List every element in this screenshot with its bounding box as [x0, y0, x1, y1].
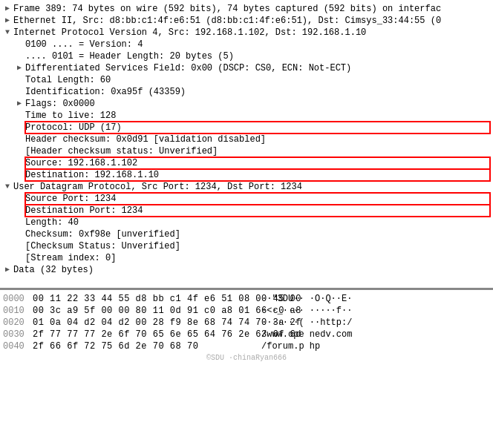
tree-row-text: User Datagram Protocol, Src Port: 1234, … — [13, 181, 490, 193]
tree-row-text: Destination: 192.168.1.10 — [25, 169, 490, 181]
expander-icon[interactable]: ▶ — [3, 4, 12, 13]
tree-row-text: [Stream index: 0] — [25, 252, 490, 264]
expander-icon[interactable]: ▶ — [15, 64, 24, 73]
expander-icon[interactable]: ▶ — [3, 16, 12, 25]
tree-row-ip-id[interactable]: Identification: 0xa95f (43359) — [0, 86, 493, 98]
tree-row-udp[interactable]: ▼User Datagram Protocol, Src Port: 1234,… — [0, 181, 493, 193]
tree-row-text: [Checksum Status: Unverified] — [25, 240, 490, 252]
tree-row-text: Identification: 0xa95f (43359) — [25, 86, 490, 98]
tree-row-ip-src[interactable]: Source: 192.168.1.102 — [0, 157, 493, 169]
expander-icon[interactable]: ▶ — [15, 99, 24, 108]
tree-row-text: .... 0101 = Header Length: 20 bytes (5) — [25, 50, 490, 62]
hex-ascii: ·<·_···· ·····f·· — [261, 305, 352, 317]
tree-row-text: Total Length: 60 — [25, 74, 490, 86]
tree-row-text: Destination Port: 1234 — [25, 205, 490, 217]
hex-bytes: 01 0a 04 d2 04 d2 00 28 f9 8e 68 74 74 7… — [33, 317, 255, 329]
hex-bytes: 2f 66 6f 72 75 6d 2e 70 68 70 — [33, 340, 255, 352]
hex-offset: 0030 — [3, 329, 30, 340]
tree-row-udp-checksum-status[interactable]: [Checksum Status: Unverified] — [0, 240, 493, 252]
tree-row-text: Internet Protocol Version 4, Src: 192.16… — [13, 27, 490, 39]
tree-row-text: Flags: 0x0000 — [25, 98, 490, 110]
tree-row-udp-stream[interactable]: [Stream index: 0] — [0, 252, 493, 264]
tree-row-text: Protocol: UDP (17) — [25, 122, 490, 134]
tree-row-text: Time to live: 128 — [25, 110, 490, 122]
tree-row-ip-ttl[interactable]: Time to live: 128 — [0, 110, 493, 122]
tree-row-ip-checksum-status[interactable]: [Header checksum status: Unverified] — [0, 145, 493, 157]
hex-row: 00302f 77 77 77 2e 6f 70 65 6e 65 64 76 … — [3, 329, 490, 340]
tree-row-text: Frame 389: 74 bytes on wire (592 bits), … — [13, 3, 490, 15]
tree-row-ip-version[interactable]: 0100 .... = Version: 4 — [0, 39, 493, 50]
tree-row-udp-sport[interactable]: Source Port: 1234 — [0, 193, 493, 205]
tree-row-ip-proto[interactable]: Protocol: UDP (17) — [0, 122, 493, 134]
hex-row: 000000 11 22 33 44 55 d8 bb c1 4f e6 51 … — [3, 293, 490, 305]
tree-row-ip-checksum[interactable]: Header checksum: 0x0d91 [validation disa… — [0, 134, 493, 145]
hex-offset: 0020 — [3, 317, 30, 329]
tree-row-text: Data (32 bytes) — [13, 264, 490, 276]
hex-bytes: 00 3c a9 5f 00 00 80 11 0d 91 c0 a8 01 6… — [33, 305, 255, 317]
tree-row-ip-totlen[interactable]: Total Length: 60 — [0, 74, 493, 86]
tree-row-ip-dst[interactable]: Destination: 192.168.1.10 — [0, 169, 493, 181]
hex-ascii: /forum.p hp — [261, 340, 320, 352]
hex-dump: 000000 11 22 33 44 55 d8 bb c1 4f e6 51 … — [3, 293, 490, 352]
tree-row-ip-hlen[interactable]: .... 0101 = Header Length: 20 bytes (5) — [0, 50, 493, 62]
tree-row-text: Differentiated Services Field: 0x00 (DSC… — [25, 62, 490, 74]
hex-bytes: 00 11 22 33 44 55 d8 bb c1 4f e6 51 08 0… — [33, 293, 255, 305]
tree-row-udp-dport[interactable]: Destination Port: 1234 — [0, 205, 493, 217]
tree-row-text: Checksum: 0xf98e [unverified] — [25, 228, 490, 240]
tree-row-ip-flags[interactable]: ▶Flags: 0x0000 — [0, 98, 493, 110]
hex-panel: 000000 11 22 33 44 55 d8 bb c1 4f e6 51 … — [0, 289, 493, 366]
hex-offset: 0000 — [3, 293, 30, 305]
hex-ascii: /www.ope nedv.com — [261, 329, 352, 340]
expander-icon[interactable]: ▼ — [3, 182, 12, 191]
hex-row: 002001 0a 04 d2 04 d2 00 28 f9 8e 68 74 … — [3, 317, 490, 329]
tree-row-ip[interactable]: ▼Internet Protocol Version 4, Src: 192.1… — [0, 27, 493, 39]
expander-icon[interactable]: ▶ — [3, 266, 12, 274]
tree-row-ip-dsfield[interactable]: ▶Differentiated Services Field: 0x00 (DS… — [0, 62, 493, 74]
tree-row-text: Header checksum: 0x0d91 [validation disa… — [25, 134, 490, 145]
hex-ascii: ·······( ··http:/ — [261, 317, 352, 329]
watermark: ©SDU ·chinaRyan666 — [3, 352, 490, 363]
tree-row-frame[interactable]: ▶Frame 389: 74 bytes on wire (592 bits),… — [0, 3, 493, 15]
tree-row-text: Source: 192.168.1.102 — [25, 157, 490, 169]
hex-bytes: 2f 77 77 77 2e 6f 70 65 6e 65 64 76 2e 6… — [33, 329, 255, 340]
hex-offset: 0040 — [3, 340, 30, 352]
hex-row: 001000 3c a9 5f 00 00 80 11 0d 91 c0 a8 … — [3, 305, 490, 317]
tree-row-data[interactable]: ▶Data (32 bytes) — [0, 264, 493, 276]
tree-row-ethernet[interactable]: ▶Ethernet II, Src: d8:bb:c1:4f:e6:51 (d8… — [0, 15, 493, 27]
tree-row-text: Ethernet II, Src: d8:bb:c1:4f:e6:51 (d8:… — [13, 15, 490, 27]
hex-ascii: ··"3DU·· ·O·Q··E· — [261, 293, 352, 305]
tree-row-udp-len[interactable]: Length: 40 — [0, 217, 493, 228]
tree-row-udp-checksum[interactable]: Checksum: 0xf98e [unverified] — [0, 228, 493, 240]
expander-icon[interactable]: ▼ — [3, 28, 12, 37]
protocol-tree: ▶Frame 389: 74 bytes on wire (592 bits),… — [0, 3, 493, 276]
tree-row-text: 0100 .... = Version: 4 — [25, 39, 490, 50]
tree-row-text: Length: 40 — [25, 217, 490, 228]
hex-row: 00402f 66 6f 72 75 6d 2e 70 68 70/forum.… — [3, 340, 490, 352]
tree-row-text: Source Port: 1234 — [25, 193, 490, 205]
hex-offset: 0010 — [3, 305, 30, 317]
packet-detail-panel: ▶Frame 389: 74 bytes on wire (592 bits),… — [0, 0, 493, 289]
tree-row-text: [Header checksum status: Unverified] — [25, 145, 490, 157]
